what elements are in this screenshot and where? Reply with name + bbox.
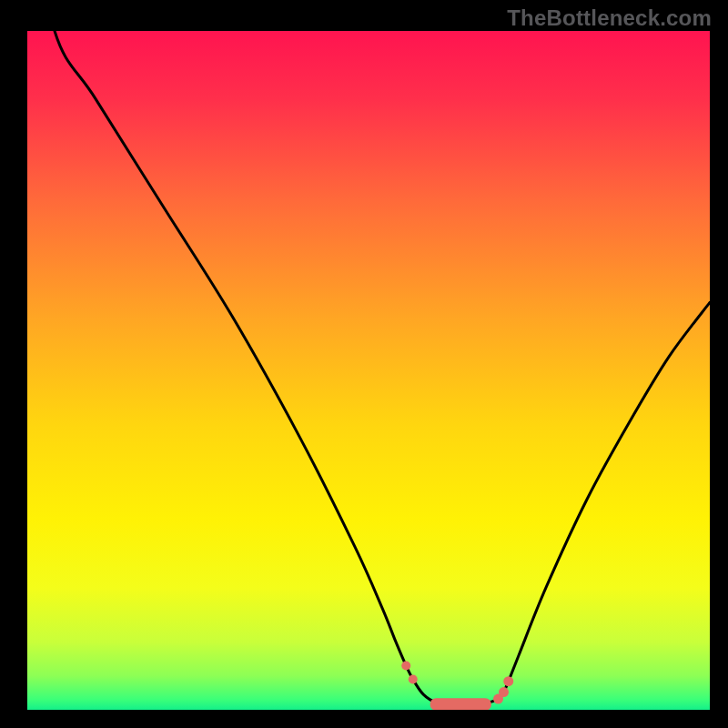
chart-stage: TheBottleneck.com xyxy=(0,0,728,728)
highlight-dot xyxy=(503,676,513,686)
plot-background xyxy=(27,31,710,710)
highlight-valley-slab xyxy=(430,698,492,710)
highlight-dot xyxy=(499,687,509,697)
bottleneck-curve-chart xyxy=(0,0,728,728)
watermark-text: TheBottleneck.com xyxy=(507,5,712,31)
highlight-dot xyxy=(401,662,410,671)
highlight-dot xyxy=(409,674,418,683)
